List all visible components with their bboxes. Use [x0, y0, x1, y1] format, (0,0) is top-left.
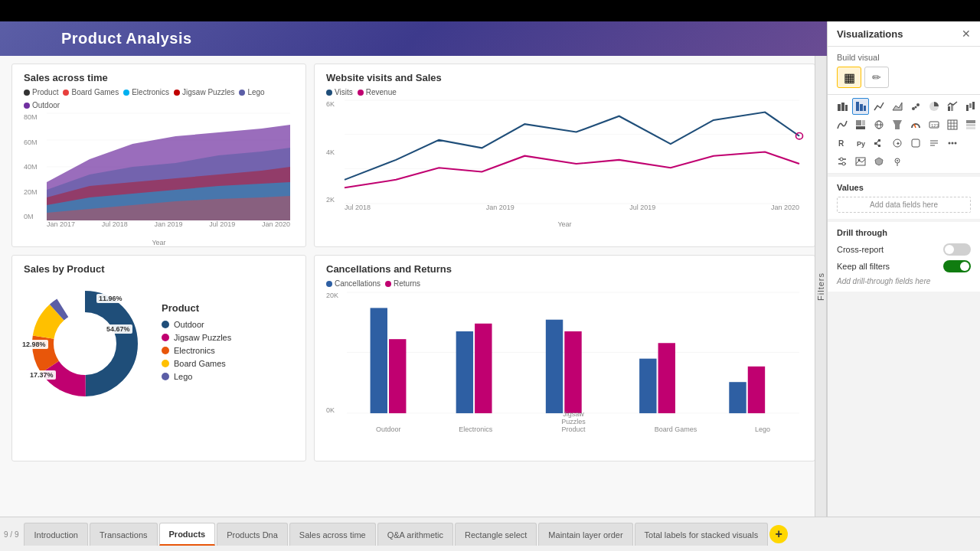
- viz-icon-area[interactable]: [889, 98, 906, 115]
- area-chart-container: 80M 60M 40M 20M 0M: [24, 113, 294, 236]
- y-6k: 6K: [326, 100, 343, 108]
- bar-jigsaw-cancel[interactable]: [546, 320, 563, 413]
- bar-boardgames-returns[interactable]: [658, 343, 675, 413]
- header-bar: [0, 0, 980, 21]
- viz-icon-shape[interactable]: [907, 135, 924, 152]
- y-label-20m: 20M: [24, 188, 45, 196]
- drill-add-fields[interactable]: Add drill-through fields here: [837, 277, 971, 285]
- viz-icon-matrix[interactable]: [962, 116, 979, 133]
- keep-filters-label: Keep all filters: [837, 262, 890, 271]
- bar-boardgames-cancel[interactable]: [639, 359, 656, 413]
- legend-label-jigsaw: Jigsaw Puzzles: [182, 88, 234, 96]
- x-jul2018: Jul 2018: [345, 204, 371, 219]
- svg-rect-67: [912, 139, 920, 147]
- legend-item-electronics: Electronics: [162, 346, 231, 355]
- viz-icon-scatter[interactable]: [907, 98, 924, 115]
- svg-rect-35: [948, 106, 950, 111]
- viz-icons-row1: [834, 98, 974, 115]
- tab-sales-across-time[interactable]: Sales across time: [289, 523, 376, 546]
- bar-lego-returns[interactable]: [748, 367, 765, 413]
- viz-icon-smart-narrative[interactable]: [926, 135, 942, 152]
- drill-through-section: Drill through Cross-report Keep all filt…: [828, 222, 980, 292]
- area-chart-svg: [47, 113, 290, 220]
- tab-rectangle-select[interactable]: Rectangle select: [455, 523, 537, 546]
- tab-qa-arithmetic[interactable]: Q&A arithmetic: [377, 523, 453, 546]
- tab-maintain-layer-order[interactable]: Maintain layer order: [538, 523, 632, 546]
- bar-electronics-cancel[interactable]: [456, 331, 473, 413]
- viz-icon-python[interactable]: Py: [852, 135, 869, 152]
- viz-icon-waterfall[interactable]: [962, 98, 979, 115]
- filters-panel[interactable]: Filters: [815, 56, 827, 517]
- bar-chart-button[interactable]: ▦: [837, 67, 861, 88]
- pct-boardgames: 54.67%: [104, 324, 132, 334]
- sales-across-time-panel: Sales across time Product Board Games El…: [11, 64, 306, 247]
- viz-header: Visualizations ✕: [828, 21, 980, 47]
- viz-icon-ai-insights[interactable]: ✦: [889, 135, 906, 152]
- viz-icon-bar-chart[interactable]: [852, 98, 869, 115]
- y-20k: 20K: [326, 292, 345, 299]
- viz-icon-filled-map[interactable]: [871, 153, 887, 170]
- svg-point-20: [54, 313, 116, 374]
- values-add-field[interactable]: Add data fields here: [837, 197, 971, 213]
- legend-item-boardgames: Board Games: [162, 359, 231, 368]
- svg-rect-29: [864, 106, 866, 111]
- dot-boardgames: [162, 360, 169, 367]
- viz-icons-section: 123 R Py ✦: [828, 95, 980, 174]
- svg-rect-38: [969, 103, 972, 108]
- svg-point-72: [952, 142, 954, 145]
- legend-dot-jigsaw: [174, 90, 180, 96]
- bar-outdoor-returns[interactable]: [389, 339, 406, 413]
- legend-dot-lego: [239, 90, 245, 96]
- tab-products-dna[interactable]: Products Dna: [217, 523, 288, 546]
- bar-outdoor-cancel[interactable]: [371, 308, 387, 413]
- viz-icons-row4: [834, 153, 974, 170]
- build-visual-section: Build visual ▦ ✏: [828, 47, 980, 95]
- svg-rect-42: [856, 126, 865, 129]
- legend-returns: Returns: [385, 279, 420, 288]
- viz-icon-decomp-tree[interactable]: [871, 135, 887, 152]
- bar-lego-cancel[interactable]: [729, 382, 746, 413]
- tab-total-labels[interactable]: Total labels for stacked visuals: [635, 523, 769, 546]
- add-tab-icon: +: [775, 527, 782, 541]
- bar-chart-svg-container: [347, 292, 799, 414]
- legend-label-returns: Returns: [394, 279, 420, 288]
- viz-icon-treemap[interactable]: [852, 116, 869, 133]
- page-indicator: 9 / 9: [4, 530, 22, 539]
- keep-filters-knob: [960, 262, 969, 271]
- viz-icon-funnel[interactable]: [889, 116, 906, 133]
- tab-introduction[interactable]: Introduction: [24, 523, 87, 546]
- tab-products[interactable]: Products: [159, 523, 216, 546]
- viz-icon-pie[interactable]: [926, 98, 942, 115]
- add-tab-button[interactable]: +: [769, 525, 788, 543]
- viz-icon-azure-map[interactable]: [889, 153, 906, 170]
- x-jan2019: Jan 2019: [486, 204, 514, 219]
- viz-icon-r-visual[interactable]: R: [834, 135, 851, 152]
- viz-close-button[interactable]: ✕: [962, 28, 971, 40]
- format-button[interactable]: ✏: [864, 67, 889, 88]
- viz-icon-table[interactable]: [944, 116, 961, 133]
- cancellations-title: Cancellations and Returns: [326, 263, 803, 275]
- keep-filters-toggle[interactable]: [943, 260, 971, 272]
- viz-icon-map[interactable]: [871, 116, 887, 133]
- viz-icon-more[interactable]: [944, 135, 961, 152]
- viz-icon-line[interactable]: [871, 98, 887, 115]
- cancellations-legend: Cancellations Returns: [326, 279, 803, 288]
- bar-jigsaw-returns[interactable]: [564, 331, 581, 413]
- svg-text:R: R: [838, 139, 844, 148]
- viz-icon-ribbon[interactable]: [834, 116, 851, 133]
- viz-icon-card[interactable]: 123: [926, 116, 942, 133]
- viz-icon-stacked-bar[interactable]: [834, 98, 851, 115]
- viz-icon-image[interactable]: [852, 153, 869, 170]
- tab-label-sales-across-time: Sales across time: [299, 530, 366, 540]
- viz-icon-gauge[interactable]: [907, 116, 924, 133]
- pct-jigsaw: 12.98%: [20, 340, 48, 349]
- viz-icon-combo[interactable]: [944, 98, 961, 115]
- bar-electronics-returns[interactable]: [475, 324, 492, 413]
- website-visits-panel: Website visits and Sales Visits Revenue …: [314, 64, 815, 247]
- cross-report-toggle[interactable]: [943, 243, 971, 256]
- legend-label-visits: Visits: [335, 88, 353, 96]
- legend-outdoor: Outdoor: [24, 101, 60, 109]
- tab-transactions[interactable]: Transactions: [90, 523, 158, 546]
- viz-icon-slicer[interactable]: [834, 153, 851, 170]
- legend-label-electronics: Electronics: [132, 88, 169, 96]
